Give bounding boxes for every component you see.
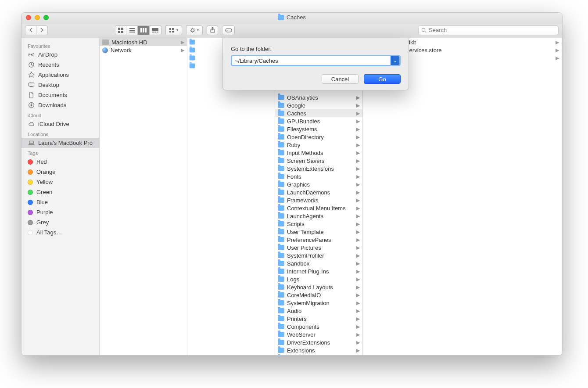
folder-path-combo[interactable]: ⌄ [231, 55, 401, 66]
sidebar-item-airdrop[interactable]: AirDrop [22, 50, 99, 60]
svg-rect-8 [143, 28, 144, 32]
list-item[interactable]: Filesystems▶ [275, 125, 362, 133]
list-item[interactable]: OpenDirectory▶ [275, 133, 362, 141]
list-item[interactable]: WebServer▶ [275, 331, 362, 338]
chevron-right-icon: ▶ [556, 40, 559, 45]
sidebar-tag-yellow[interactable]: Yellow [22, 177, 99, 187]
column-1[interactable]: Macintosh HD▶Network▶ [100, 38, 187, 355]
list-item[interactable]: Google▶ [275, 101, 362, 109]
go-button[interactable]: Go [364, 74, 401, 84]
list-item[interactable]: Network▶ [100, 46, 187, 54]
list-item[interactable]: CoreMediaIO▶ [275, 291, 362, 299]
list-item[interactable]: Audio▶ [275, 307, 362, 315]
list-item[interactable]: Components▶ [275, 323, 362, 331]
sidebar-item-label: AirDrop [38, 51, 57, 58]
list-item[interactable]: DriverExtensions▶ [275, 338, 362, 346]
sidebar-tag-blue[interactable]: Blue [22, 197, 99, 207]
list-item[interactable]: LaunchAgents▶ [275, 212, 362, 220]
list-item[interactable]: Contextual Menu Items▶ [275, 204, 362, 212]
folder-icon [278, 245, 284, 250]
share-button[interactable] [207, 25, 218, 35]
sidebar-item-icloud-drive[interactable]: iCloud Drive [22, 119, 99, 129]
folder-icon [278, 142, 284, 147]
list-item[interactable]: Sandbox▶ [275, 259, 362, 267]
list-item[interactable]: Screen Savers▶ [275, 157, 362, 165]
cancel-button[interactable]: Cancel [322, 74, 359, 84]
list-item[interactable]: Logs▶ [275, 275, 362, 283]
view-columns-button[interactable] [138, 25, 150, 35]
list-item[interactable]: Macintosh HD▶ [100, 38, 187, 46]
list-item[interactable]: User Pictures▶ [275, 244, 362, 251]
list-item[interactable]: Extensions▶ [275, 346, 362, 354]
arrange-button[interactable]: ▾ [165, 25, 182, 35]
list-item[interactable]: Caches▶ [275, 109, 362, 117]
close-window-button[interactable] [26, 15, 31, 20]
back-button[interactable] [25, 25, 36, 35]
list-item[interactable]: Scripts▶ [275, 220, 362, 228]
list-item[interactable]: Internet Plug-Ins▶ [275, 267, 362, 275]
sidebar-tag-green[interactable]: Green [22, 187, 99, 197]
list-item[interactable]: Ruby▶ [275, 141, 362, 149]
sidebar-item-documents[interactable]: Documents [22, 90, 99, 100]
sidebar-tag-all-tags-[interactable]: All Tags… [22, 227, 99, 237]
forward-button[interactable] [36, 25, 48, 35]
list-item[interactable]: GPUBundles▶ [275, 117, 362, 125]
list-item[interactable]: User Template▶ [275, 228, 362, 236]
tags-button[interactable] [222, 25, 235, 35]
list-item-label: Macintosh HD [111, 39, 178, 46]
list-item[interactable]: Graphics▶ [275, 180, 362, 188]
sidebar-item-applications[interactable]: Applications [22, 70, 99, 80]
list-item[interactable]: Fonts▶ [275, 172, 362, 180]
folder-path-dropdown[interactable]: ⌄ [391, 56, 399, 65]
list-item[interactable]: Frameworks▶ [275, 196, 362, 204]
sidebar-item-desktop[interactable]: Desktop [22, 80, 99, 90]
sidebar-item-laura-s-macbook-pro[interactable]: Laura's MacBook Pro [22, 138, 99, 148]
sidebar-item-downloads[interactable]: Downloads [22, 100, 99, 110]
list-item[interactable]: PreferencePanes▶ [275, 236, 362, 244]
sidebar-tag-red[interactable]: Red [22, 157, 99, 167]
sidebar-tag-orange[interactable]: Orange [22, 167, 99, 177]
svg-rect-2 [118, 31, 120, 33]
svg-rect-1 [121, 28, 123, 30]
sidebar-tag-grey[interactable]: Grey [22, 217, 99, 227]
sidebar-item-recents[interactable]: Recents [22, 60, 99, 70]
svg-point-28 [226, 29, 227, 30]
list-item[interactable]: Input Methods▶ [275, 149, 362, 157]
view-gallery-button[interactable] [150, 25, 161, 35]
search-field[interactable] [418, 25, 559, 35]
chevron-right-icon: ▶ [356, 261, 360, 266]
folder-path-input[interactable] [232, 56, 391, 65]
view-list-button[interactable] [126, 25, 138, 35]
sidebar-heading-favourites: Favourites [22, 41, 99, 50]
list-item[interactable]: LaunchDaemons▶ [275, 188, 362, 196]
list-item-label: Caches [287, 110, 354, 117]
action-button[interactable]: ▾ [186, 25, 203, 35]
list-item-label: Speech [287, 355, 354, 356]
tag-dot-icon [28, 190, 33, 195]
folder-icon [278, 229, 284, 234]
folder-icon [278, 284, 284, 290]
search-input[interactable] [429, 27, 556, 33]
dialog-prompt: Go to the folder: [231, 46, 401, 52]
folder-icon [278, 269, 284, 274]
folder-icon [278, 324, 284, 329]
list-item[interactable]: Speech▶ [275, 354, 362, 355]
list-item[interactable]: SystemProfiler▶ [275, 251, 362, 259]
list-item[interactable]: OSAnalytics▶ [275, 93, 362, 101]
view-icons-button[interactable] [115, 25, 126, 35]
sidebar-item-label: Green [36, 189, 52, 195]
list-item[interactable]: Keyboard Layouts▶ [275, 283, 362, 291]
tag-dot-icon [28, 159, 33, 165]
svg-rect-0 [118, 28, 120, 30]
sidebar-tag-purple[interactable]: Purple [22, 207, 99, 217]
tag-dot-icon [28, 220, 33, 225]
zoom-window-button[interactable] [43, 15, 49, 20]
list-item[interactable]: Printers▶ [275, 315, 362, 323]
minimize-window-button[interactable] [35, 15, 40, 20]
folder-icon [278, 158, 284, 163]
window-title: Caches [22, 14, 562, 21]
list-item[interactable]: SystemExtensions▶ [275, 165, 362, 172]
list-item-label: CoreMediaIO [287, 292, 354, 298]
list-item[interactable]: SystemMigration▶ [275, 299, 362, 307]
gallery-icon [152, 28, 158, 32]
